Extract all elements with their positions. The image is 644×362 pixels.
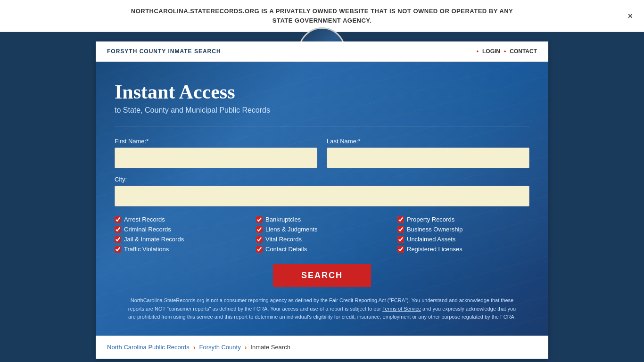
banner-text: NORTHCAROLINA.STATERECORDS.ORG IS A PRIV… bbox=[28, 7, 616, 25]
checkbox-traffic-violations-label: Traffic Violations bbox=[124, 246, 169, 253]
checkbox-property-records: Property Records bbox=[397, 216, 529, 223]
checkbox-traffic-violations: Traffic Violations bbox=[115, 246, 247, 253]
breadcrumb-link-forsyth[interactable]: Forsyth County bbox=[199, 344, 241, 351]
checkbox-jail-inmate-label: Jail & Inmate Records bbox=[124, 236, 184, 243]
checkbox-arrest-records: Arrest Records bbox=[115, 216, 247, 223]
checkbox-contact-details-input[interactable] bbox=[256, 246, 263, 253]
form-row-1: First Name:* Last Name:* bbox=[115, 138, 529, 168]
breadcrumb-separator-1: › bbox=[193, 344, 196, 351]
first-name-input[interactable] bbox=[115, 148, 317, 168]
contact-dot: • bbox=[504, 48, 506, 55]
checkbox-unclaimed-assets-input[interactable] bbox=[397, 236, 404, 243]
card-footer: North Carolina Public Records › Forsyth … bbox=[96, 336, 548, 359]
hero-title: Instant Access bbox=[115, 81, 529, 103]
checkbox-jail-inmate: Jail & Inmate Records bbox=[115, 236, 247, 243]
hero-content: Instant Access to State, County and Muni… bbox=[115, 81, 529, 321]
checkbox-vital-records-label: Vital Records bbox=[265, 236, 302, 243]
checkbox-liens-judgments-label: Liens & Judgments bbox=[265, 226, 318, 233]
checkbox-traffic-violations-input[interactable] bbox=[115, 246, 121, 253]
last-name-input[interactable] bbox=[327, 148, 529, 168]
checkbox-liens-judgments-input[interactable] bbox=[256, 226, 263, 233]
divider bbox=[115, 126, 529, 126]
city-group: City: bbox=[115, 176, 529, 206]
checkbox-business-ownership: Business Ownership bbox=[397, 226, 529, 233]
checkbox-contact-details: Contact Details bbox=[256, 246, 388, 253]
checkbox-vital-records: Vital Records bbox=[256, 236, 388, 243]
city-label: City: bbox=[115, 176, 529, 183]
checkbox-arrest-records-input[interactable] bbox=[115, 216, 121, 223]
checkbox-arrest-records-label: Arrest Records bbox=[124, 216, 165, 223]
header-title: FORSYTH COUNTY INMATE SEARCH bbox=[107, 48, 221, 55]
form-row-2: City: bbox=[115, 176, 529, 206]
checkbox-liens-judgments: Liens & Judgments bbox=[256, 226, 388, 233]
checkbox-registered-licenses-input[interactable] bbox=[397, 246, 404, 253]
first-name-group: First Name:* bbox=[115, 138, 317, 168]
checkbox-criminal-records-input[interactable] bbox=[115, 226, 121, 233]
checkbox-bankruptcies-input[interactable] bbox=[256, 216, 263, 223]
breadcrumb-separator-2: › bbox=[245, 344, 247, 351]
hero-subtitle: to State, County and Municipal Public Re… bbox=[115, 106, 529, 115]
checkbox-property-records-label: Property Records bbox=[407, 216, 454, 223]
breadcrumb: North Carolina Public Records › Forsyth … bbox=[107, 344, 537, 351]
checkbox-property-records-input[interactable] bbox=[397, 216, 404, 223]
checkbox-unclaimed-assets: Unclaimed Assets bbox=[397, 236, 529, 243]
checkbox-unclaimed-assets-label: Unclaimed Assets bbox=[407, 236, 455, 243]
close-banner-button[interactable]: × bbox=[627, 11, 633, 21]
last-name-group: Last Name:* bbox=[327, 138, 529, 168]
checkbox-registered-licenses: Registered Licenses bbox=[397, 246, 529, 253]
main-wrapper: STATE RECORDS 🔍 👥 NORTH CAROLINA FORSYTH… bbox=[0, 32, 644, 362]
checkbox-registered-licenses-label: Registered Licenses bbox=[407, 246, 462, 253]
login-dot: • bbox=[477, 48, 479, 55]
terms-of-service-link[interactable]: Terms of Service bbox=[382, 306, 421, 312]
checkbox-bankruptcies: Bankruptcies bbox=[256, 216, 388, 223]
contact-link[interactable]: CONTACT bbox=[510, 48, 537, 55]
search-button[interactable]: SEARCH bbox=[273, 264, 371, 287]
checkbox-business-ownership-input[interactable] bbox=[397, 226, 404, 233]
checkbox-contact-details-label: Contact Details bbox=[265, 246, 307, 253]
checkbox-vital-records-input[interactable] bbox=[256, 236, 263, 243]
disclaimer-text: NorthCarolina.StateRecords.org is not a … bbox=[115, 296, 529, 321]
last-name-label: Last Name:* bbox=[327, 138, 529, 145]
checkbox-criminal-records: Criminal Records bbox=[115, 226, 247, 233]
checkbox-business-ownership-label: Business Ownership bbox=[407, 226, 463, 233]
search-button-container: SEARCH bbox=[115, 264, 529, 287]
card-header: FORSYTH COUNTY INMATE SEARCH • LOGIN • C… bbox=[96, 41, 548, 62]
city-input[interactable] bbox=[115, 186, 529, 206]
checkboxes-section: Arrest Records Bankruptcies Property Rec… bbox=[115, 216, 529, 253]
hero-section: Instant Access to State, County and Muni… bbox=[96, 62, 548, 336]
checkbox-jail-inmate-input[interactable] bbox=[115, 236, 121, 243]
breadcrumb-link-nc[interactable]: North Carolina Public Records bbox=[107, 344, 190, 351]
checkbox-criminal-records-label: Criminal Records bbox=[124, 226, 171, 233]
header-nav: • LOGIN • CONTACT bbox=[477, 48, 537, 55]
checkbox-bankruptcies-label: Bankruptcies bbox=[265, 216, 301, 223]
first-name-label: First Name:* bbox=[115, 138, 317, 145]
breadcrumb-current: Inmate Search bbox=[250, 344, 290, 351]
main-card: STATE RECORDS 🔍 👥 NORTH CAROLINA FORSYTH… bbox=[96, 41, 548, 359]
login-link[interactable]: LOGIN bbox=[482, 48, 500, 55]
